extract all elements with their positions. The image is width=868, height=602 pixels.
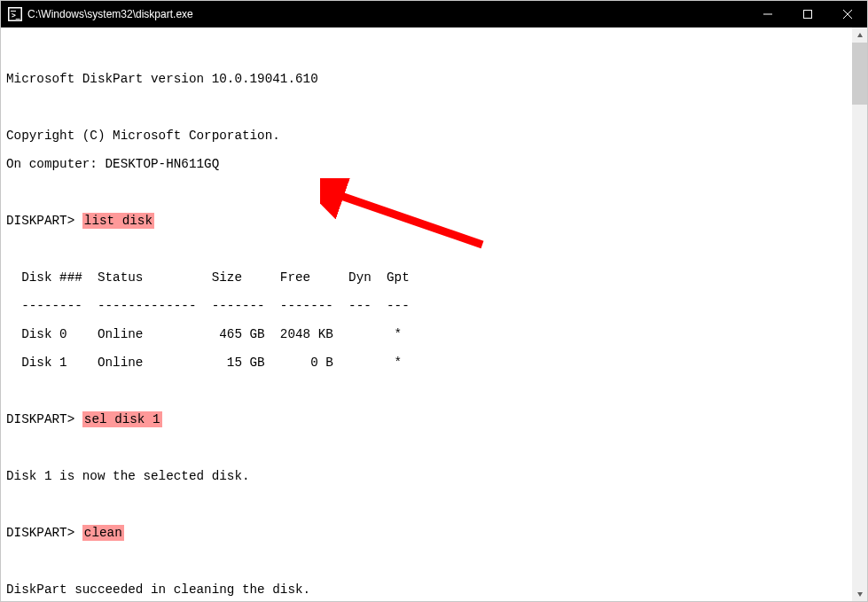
prompt-line: DISKPART> list disk bbox=[6, 214, 847, 228]
cmd-highlight: list disk bbox=[82, 213, 154, 229]
minimize-button[interactable] bbox=[747, 1, 787, 27]
output-line: DiskPart succeeded in cleaning the disk. bbox=[6, 582, 847, 597]
terminal-outer: Microsoft DiskPart version 10.0.19041.61… bbox=[1, 27, 867, 601]
table-row: Disk 1 Online 15 GB 0 B * bbox=[6, 356, 847, 370]
cmd-highlight: clean bbox=[82, 525, 124, 541]
maximize-button[interactable] bbox=[787, 1, 827, 27]
close-button[interactable] bbox=[827, 1, 867, 27]
output-line: Microsoft DiskPart version 10.0.19041.61… bbox=[6, 72, 847, 86]
scrollbar-up-button[interactable] bbox=[852, 27, 867, 43]
output-line: Copyright (C) Microsoft Corporation. bbox=[6, 129, 847, 143]
table-header: Disk ### Status Size Free Dyn Gpt bbox=[6, 270, 847, 285]
svg-marker-7 bbox=[857, 33, 863, 37]
output-line: Disk 1 is now the selected disk. bbox=[6, 469, 847, 483]
scrollbar[interactable] bbox=[852, 27, 867, 601]
svg-rect-4 bbox=[803, 11, 811, 19]
titlebar: >_ C:\Windows\system32\diskpart.exe bbox=[1, 1, 867, 27]
svg-marker-8 bbox=[857, 592, 863, 597]
table-divider: -------- ------------- ------- ------- -… bbox=[6, 299, 847, 313]
prompt-line: DISKPART> sel disk 1 bbox=[6, 412, 847, 426]
titlebar-controls bbox=[747, 1, 867, 27]
table-row: Disk 0 Online 465 GB 2048 KB * bbox=[6, 327, 847, 341]
window-title: C:\Windows\system32\diskpart.exe bbox=[27, 8, 747, 20]
prompt-line: DISKPART> clean bbox=[6, 526, 847, 540]
cmd-highlight: sel disk 1 bbox=[82, 411, 162, 427]
scrollbar-thumb[interactable] bbox=[852, 43, 867, 105]
terminal-content[interactable]: Microsoft DiskPart version 10.0.19041.61… bbox=[1, 27, 852, 601]
svg-text:>_: >_ bbox=[12, 12, 20, 20]
output-line: On computer: DESKTOP-HN611GQ bbox=[6, 157, 847, 171]
app-icon: >_ bbox=[8, 7, 22, 21]
scrollbar-down-button[interactable] bbox=[852, 586, 867, 601]
